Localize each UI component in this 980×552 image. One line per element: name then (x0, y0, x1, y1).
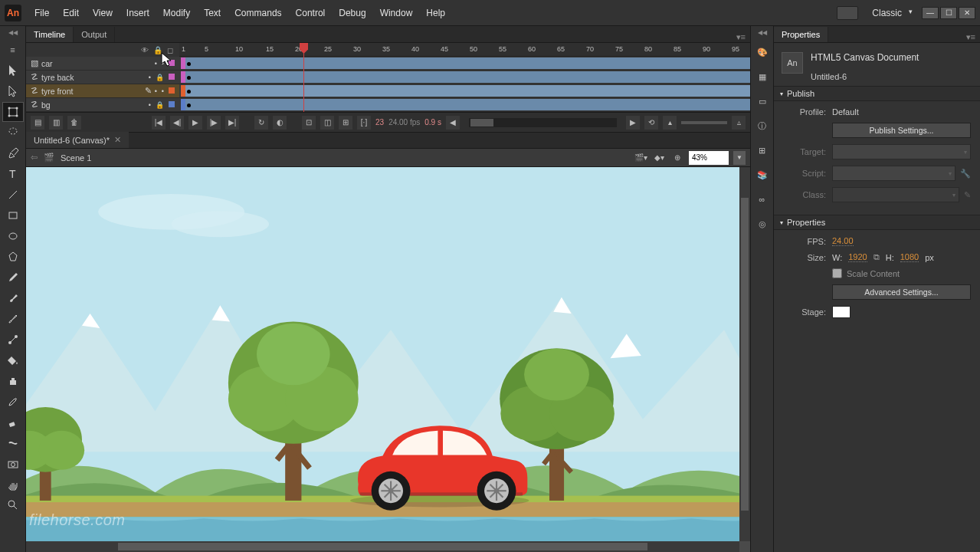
properties-section-header[interactable]: Properties (774, 215, 980, 230)
edit-scene-button[interactable]: 🎬▾ (634, 151, 647, 165)
step-forward-button[interactable]: |▶ (207, 116, 221, 130)
scroll-right-button[interactable]: ▶ (626, 116, 640, 130)
panel-menu-icon[interactable]: ▾≡ (962, 32, 980, 42)
hand-tool[interactable] (2, 475, 24, 495)
lock-header-icon[interactable]: 🔒 (153, 46, 162, 54)
panel-menu-icon[interactable]: ▾≡ (732, 32, 750, 42)
timeline-track[interactable] (179, 84, 750, 98)
zoom-dropdown[interactable]: ▼ (733, 151, 746, 165)
back-icon[interactable]: ⇦ (31, 153, 38, 163)
selection-tool[interactable] (2, 61, 24, 80)
info-panel-icon[interactable]: ⓘ (753, 116, 772, 136)
paint-brush-tool[interactable] (2, 309, 24, 329)
scale-content-checkbox[interactable] (832, 268, 842, 278)
fps-input[interactable]: 24.00 (832, 236, 854, 246)
onion-outlines-button[interactable]: ◫ (320, 116, 334, 130)
menu-help[interactable]: Help (419, 5, 452, 21)
close-tab-icon[interactable]: ✕ (114, 135, 121, 145)
brush-tool[interactable] (2, 288, 24, 308)
menu-edit[interactable]: Edit (56, 5, 86, 21)
edit-multiple-button[interactable]: ⊞ (339, 116, 352, 130)
layer-row[interactable]: ☡ tyre front ✎ •• (26, 84, 179, 98)
paint-bucket-tool[interactable] (2, 350, 24, 370)
eraser-tool[interactable] (2, 412, 24, 432)
center-frame-button[interactable]: ⊡ (302, 116, 316, 130)
free-transform-tool[interactable] (2, 102, 24, 122)
center-stage-button[interactable]: ⊕ (670, 151, 684, 165)
timeline-zoom-out[interactable]: ▴ (663, 116, 677, 130)
onion-skin-button[interactable]: ◐ (273, 116, 287, 130)
pencil-tool[interactable] (2, 268, 24, 288)
window-maximize[interactable]: ☐ (940, 7, 957, 19)
new-layer-button[interactable]: ▤ (31, 116, 44, 130)
layer-row[interactable]: ▧ car •• (26, 57, 179, 71)
ink-bottle-tool[interactable] (2, 371, 24, 391)
menu-control[interactable]: Control (289, 5, 333, 21)
timeline-track[interactable] (179, 57, 750, 71)
eyedropper-tool[interactable] (2, 392, 24, 412)
link-size-icon[interactable]: ⧉ (873, 252, 880, 262)
workspace-switcher[interactable]: Classic (864, 5, 916, 21)
camera-tool[interactable] (2, 454, 24, 474)
width-tool[interactable] (2, 433, 24, 453)
components-panel-icon[interactable]: ∞ (753, 189, 772, 209)
line-tool[interactable] (2, 185, 24, 205)
pen-tool[interactable] (2, 143, 24, 163)
window-minimize[interactable]: — (922, 7, 939, 19)
text-tool[interactable]: T (2, 164, 24, 184)
oval-tool[interactable] (2, 226, 24, 246)
timeline-zoom-in[interactable]: ▵ (732, 116, 746, 130)
color-panel-icon[interactable]: 🎨 (753, 42, 772, 62)
scroll-left-button[interactable]: ◀ (446, 116, 460, 130)
collapse-tools-icon[interactable]: ◀◀ (0, 29, 25, 40)
window-close[interactable]: ✕ (959, 7, 975, 19)
new-folder-button[interactable]: ▥ (49, 116, 63, 130)
step-back-button[interactable]: ◀| (170, 116, 184, 130)
visibility-header-icon[interactable]: 👁 (141, 46, 149, 54)
timeline-grid[interactable]: 1 5 10 15 20 25 30 35 40 45 50 55 60 65 (179, 43, 750, 112)
subselection-tool[interactable] (2, 81, 24, 101)
menu-file[interactable]: File (28, 5, 56, 21)
layer-row[interactable]: ☡ tyre back •🔒 (26, 71, 179, 84)
cloud-panel-icon[interactable]: ◎ (753, 214, 772, 234)
height-input[interactable]: 1080 (900, 252, 919, 262)
polystar-tool[interactable] (2, 247, 24, 267)
align-panel-icon[interactable]: ▭ (753, 91, 772, 111)
timeline-ruler[interactable]: 1 5 10 15 20 25 30 35 40 45 50 55 60 65 (179, 43, 750, 57)
timeline-track[interactable] (179, 98, 750, 112)
layer-row[interactable]: ☡ bg •🔒 (26, 98, 179, 112)
advanced-settings-button[interactable]: Advanced Settings... (832, 284, 971, 300)
stage-scrollbar-horizontal[interactable] (26, 541, 739, 552)
menu-view[interactable]: View (86, 5, 120, 21)
outline-header-icon[interactable]: ◻ (167, 46, 173, 54)
edit-symbols-button[interactable]: ◆▾ (652, 151, 666, 165)
document-tab[interactable]: Untitled-6 (Canvas)* ✕ (26, 132, 129, 148)
menu-debug[interactable]: Debug (332, 5, 372, 21)
publish-section-header[interactable]: Publish (774, 86, 980, 101)
play-button[interactable]: ▶ (188, 116, 202, 130)
stage-color-swatch[interactable] (832, 306, 851, 318)
stage-canvas[interactable] (26, 167, 739, 541)
tab-properties[interactable]: Properties (774, 27, 828, 42)
stage-scrollbar-vertical[interactable] (739, 167, 750, 541)
menu-commands[interactable]: Commands (228, 5, 288, 21)
timeline-zoom-reset[interactable]: ⟲ (644, 116, 658, 130)
menu-modify[interactable]: Modify (156, 5, 197, 21)
menu-insert[interactable]: Insert (120, 5, 156, 21)
playhead[interactable] (303, 43, 304, 112)
zoom-tool[interactable] (2, 495, 24, 515)
go-first-frame-button[interactable]: |◀ (152, 116, 166, 130)
panel-menu-icon[interactable]: ≡ (2, 40, 24, 60)
sync-status-icon[interactable] (837, 6, 858, 20)
tab-timeline[interactable]: Timeline (26, 27, 74, 42)
zoom-level-input[interactable]: 43% (689, 151, 729, 165)
transform-panel-icon[interactable]: ⊞ (753, 140, 772, 160)
library-panel-icon[interactable]: 📚 (753, 165, 772, 185)
swatches-panel-icon[interactable]: ▦ (753, 67, 772, 87)
menu-window[interactable]: Window (373, 5, 420, 21)
timeline-scrollbar[interactable] (469, 118, 617, 127)
lasso-tool[interactable] (2, 123, 24, 143)
timeline-track[interactable] (179, 71, 750, 84)
tab-output[interactable]: Output (74, 27, 115, 42)
scene-breadcrumb[interactable]: Scene 1 (61, 153, 91, 163)
